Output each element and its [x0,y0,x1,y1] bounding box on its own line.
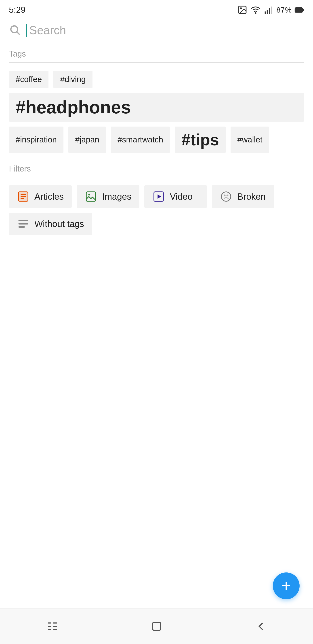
images-icon [85,190,97,203]
svg-point-21 [221,192,231,201]
battery-icon [294,5,304,15]
tag-diving[interactable]: #diving [53,71,92,88]
svg-rect-33 [153,622,160,630]
svg-rect-17 [86,192,96,201]
tag-headphones[interactable]: #headphones [9,93,304,122]
nav-home-button[interactable] [143,618,170,635]
svg-rect-4 [267,10,268,14]
articles-icon [17,190,29,203]
svg-point-1 [240,8,242,9]
filter-images[interactable]: Images [77,185,139,208]
bottom-nav [0,608,313,644]
fab-plus-icon: + [282,577,291,594]
status-time: 5:29 [9,5,25,15]
search-bar[interactable]: Search [0,18,313,42]
without-tags-label: Without tags [34,219,84,229]
tag-japan[interactable]: #japan [68,126,106,153]
video-label: Video [170,192,193,202]
signal-icon [264,5,274,15]
svg-line-11 [17,32,20,35]
tags-section: #coffee #diving #headphones #inspiration… [0,62,313,158]
images-label: Images [102,192,131,202]
media-icon [238,5,247,15]
tag-smartwatch[interactable]: #smartwatch [111,126,170,153]
fab-add-button[interactable]: + [273,572,300,599]
filters-section-header: Filters [0,158,313,177]
nav-menu-button[interactable] [39,618,66,635]
nav-menu-icon [45,620,59,633]
tag-coffee[interactable]: #coffee [9,71,48,88]
filters-section: Articles Images Video [0,177,313,240]
svg-rect-3 [265,12,266,14]
svg-point-2 [255,13,256,14]
articles-label: Articles [34,192,64,202]
broken-icon [220,190,232,203]
tag-wallet[interactable]: #wallet [231,126,269,153]
svg-rect-6 [271,6,272,14]
nav-back-icon [254,620,268,633]
broken-label: Broken [237,192,266,202]
status-bar: 5:29 87% [0,0,313,18]
svg-point-18 [88,194,90,196]
svg-point-10 [11,26,18,33]
search-cursor [26,24,26,37]
filter-video[interactable]: Video [144,185,207,208]
svg-rect-9 [296,8,301,12]
video-icon [152,190,165,203]
svg-marker-20 [158,194,161,199]
nav-back-button[interactable] [248,618,274,635]
search-placeholder: Search [29,24,66,37]
filters-grid: Articles Images Video [9,185,304,235]
svg-rect-5 [269,8,270,14]
wifi-icon [250,5,261,15]
status-icons: 87% [238,5,304,15]
battery-text: 87% [276,6,292,14]
nav-home-icon [150,620,163,633]
filter-articles[interactable]: Articles [9,185,72,208]
search-icon [9,24,20,36]
tag-inspiration[interactable]: #inspiration [9,126,63,153]
without-tags-icon [17,218,29,230]
tag-tips[interactable]: #tips [175,126,226,153]
tags-grid: #coffee #diving #headphones #inspiration… [9,71,304,153]
svg-rect-16 [20,198,24,199]
filter-broken[interactable]: Broken [212,185,274,208]
filter-without-tags[interactable]: Without tags [9,213,92,235]
tags-section-header: Tags [0,42,313,62]
